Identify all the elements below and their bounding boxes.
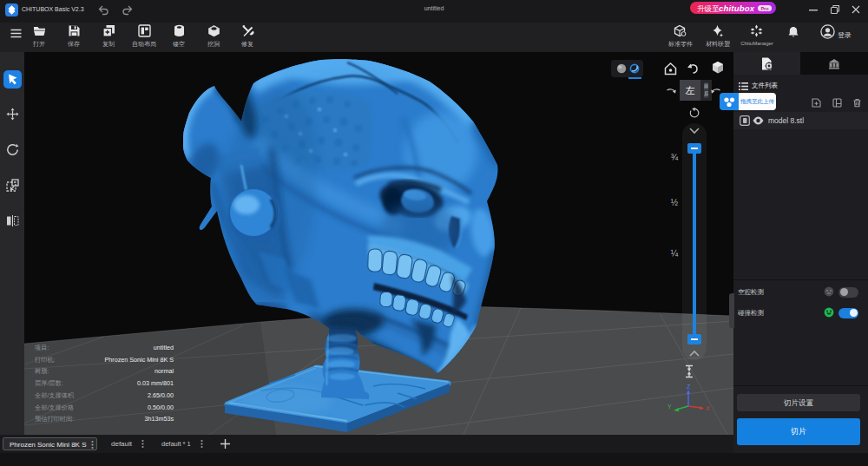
svg-text:Y: Y [667,404,672,410]
svg-text:X: X [706,405,710,411]
svg-text:Z: Z [687,384,691,390]
